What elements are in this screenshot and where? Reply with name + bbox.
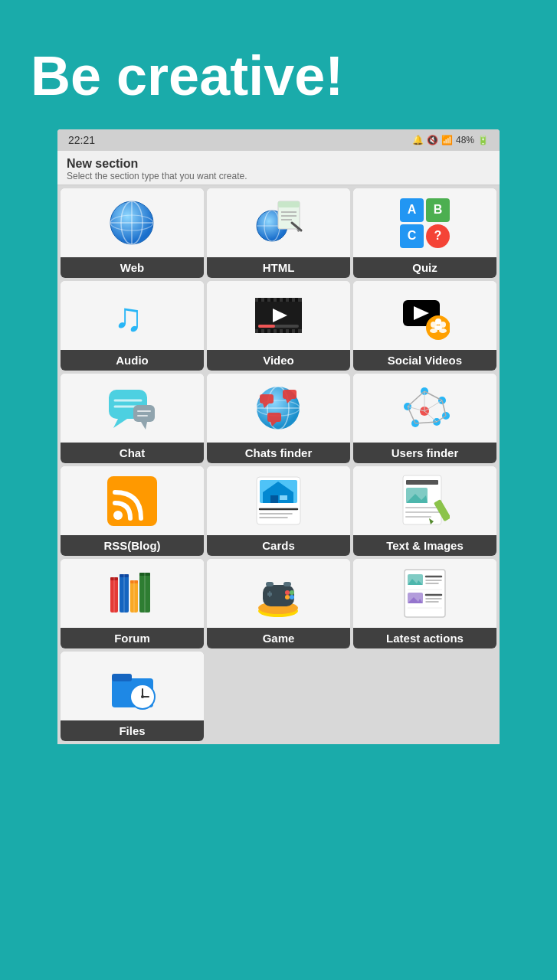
rss-icon: [107, 476, 157, 526]
signal-icon: 📶: [441, 135, 453, 145]
quiz-b: B: [426, 198, 450, 222]
quiz-label: Quiz: [353, 257, 496, 278]
forum-icon-container: [61, 559, 204, 628]
video-icon: [254, 296, 303, 335]
svg-rect-20: [264, 298, 267, 302]
svg-rect-27: [264, 329, 267, 333]
svg-line-72: [408, 407, 415, 423]
svg-rect-31: [289, 329, 292, 333]
svg-rect-59: [283, 390, 297, 399]
chats-finder-label: Chats finder: [207, 443, 350, 463]
grid-item-quiz[interactable]: A B C ? Quiz: [353, 188, 496, 278]
svg-rect-30: [283, 329, 286, 333]
status-bar: 22:21 🔔 🔇 📶 48% 🔋: [57, 129, 500, 151]
html-icon-container: [207, 188, 350, 257]
grid-item-forum[interactable]: Forum: [61, 559, 204, 648]
svg-rect-9: [278, 201, 300, 207]
text-images-icon-container: [353, 466, 496, 535]
svg-marker-46: [113, 419, 127, 428]
quiz-a: A: [400, 198, 424, 222]
game-icon: [254, 567, 303, 620]
time: 22:21: [68, 134, 95, 146]
forum-label: Forum: [61, 628, 204, 648]
grid-item-social-videos[interactable]: Social Videos: [353, 281, 496, 371]
grid-item-files[interactable]: Files: [61, 652, 204, 741]
rss-symbol: [112, 483, 150, 521]
social-videos-label: Social Videos: [353, 350, 496, 371]
section-grid: Web: [57, 185, 500, 744]
svg-text:♫: ♫: [113, 295, 143, 339]
cards-icon: [254, 474, 303, 528]
battery-text: 48%: [456, 135, 474, 145]
svg-rect-24: [289, 298, 292, 302]
grid-item-users-finder[interactable]: Users finder: [353, 374, 496, 463]
text-images-label: Text & Images: [353, 535, 496, 556]
svg-rect-29: [277, 329, 280, 333]
files-icon-container: [61, 652, 204, 720]
chat-icon: [107, 384, 157, 433]
audio-icon: ♫: [110, 291, 156, 341]
alarm-icon: 🔔: [412, 135, 424, 145]
grid-item-html[interactable]: HTML: [207, 188, 350, 278]
svg-point-117: [285, 595, 290, 599]
grid-item-web[interactable]: Web: [61, 188, 204, 278]
svg-rect-28: [270, 329, 274, 333]
svg-marker-50: [141, 422, 147, 430]
svg-rect-32: [295, 329, 298, 333]
audio-icon-container: ♫: [61, 281, 204, 350]
cards-label: Cards: [207, 535, 350, 556]
grid-item-game[interactable]: Game: [207, 559, 350, 648]
status-icons: 🔔 🔇 📶 48% 🔋: [412, 135, 489, 145]
svg-line-79: [424, 411, 437, 422]
grid-item-chats-finder[interactable]: Chats finder: [207, 374, 350, 463]
latest-actions-label: Latest actions: [353, 628, 496, 648]
phone-frame: 22:21 🔔 🔇 📶 48% 🔋 New section Select the…: [57, 129, 500, 744]
svg-point-44: [434, 325, 442, 330]
text-images-icon: [400, 474, 450, 528]
quiz-c: C: [400, 224, 424, 248]
grid-item-video[interactable]: Video: [207, 281, 350, 371]
quiz-q: ?: [426, 224, 450, 248]
grid-item-cards[interactable]: Cards: [207, 466, 350, 556]
grid-item-audio[interactable]: ♫ Audio: [61, 281, 204, 371]
svg-line-78: [424, 400, 442, 411]
svg-point-80: [113, 511, 123, 520]
web-icon-container: [61, 188, 204, 257]
svg-rect-25: [295, 298, 298, 302]
svg-point-116: [290, 590, 294, 595]
web-icon: [107, 198, 157, 248]
svg-line-71: [424, 391, 442, 400]
chats-finder-icon: [254, 384, 303, 433]
html-icon: [254, 198, 303, 248]
svg-rect-19: [258, 298, 261, 302]
svg-rect-85: [280, 495, 287, 500]
svg-point-115: [285, 590, 290, 595]
video-icon-container: [207, 281, 350, 350]
svg-rect-61: [267, 413, 281, 422]
grid-item-rss[interactable]: RSS(Blog): [61, 466, 204, 556]
svg-rect-34: [258, 325, 275, 328]
latest-actions-icon-container: [353, 559, 496, 628]
svg-rect-135: [112, 674, 132, 681]
svg-rect-49: [133, 405, 155, 422]
forum-icon: [107, 567, 157, 620]
grid-item-chat[interactable]: Chat: [61, 374, 204, 463]
svg-rect-120: [283, 582, 291, 586]
svg-line-70: [408, 391, 424, 407]
users-finder-icon: [400, 384, 450, 433]
grid-item-text-images[interactable]: Text & Images: [353, 466, 496, 556]
section-title: New section: [67, 157, 490, 171]
svg-rect-57: [260, 394, 274, 403]
svg-rect-26: [258, 329, 261, 333]
svg-rect-84: [270, 495, 278, 503]
files-icon: [107, 662, 157, 711]
users-finder-label: Users finder: [353, 443, 496, 463]
audio-label: Audio: [61, 350, 204, 371]
chat-icon-container: [61, 374, 204, 443]
hero-text: Be creative!: [0, 0, 557, 129]
svg-rect-22: [277, 298, 280, 302]
chat-label: Chat: [61, 443, 204, 463]
svg-rect-23: [283, 298, 286, 302]
grid-item-latest-actions[interactable]: Latest actions: [353, 559, 496, 648]
cards-icon-container: [207, 466, 350, 535]
